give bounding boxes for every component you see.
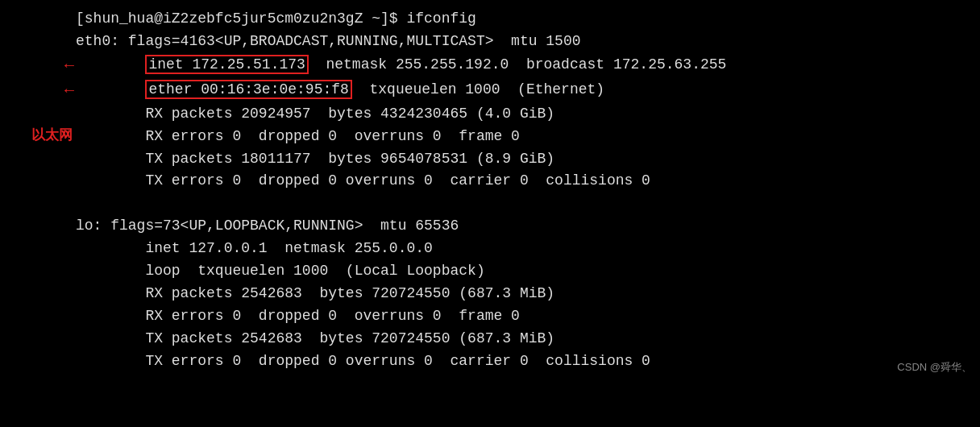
prompt-text: [shun_hua@iZ2zebfc5jur5cm0zu2n3gZ ~]$ if…	[76, 8, 476, 31]
lo-tx-packets-text: TX packets 2542683 bytes 720724550 (687.…	[76, 328, 554, 350]
rx-errors-text: RX errors 0 dropped 0 overruns 0 frame 0	[76, 126, 520, 148]
eth0-flags-text: eth0: flags=4163<UP,BROADCAST,RUNNING,MU…	[76, 31, 581, 53]
lo-inet-row: inet 127.0.0.1 netmask 255.0.0.0	[11, 238, 969, 260]
blank-line	[11, 193, 969, 215]
prompt-line: [shun_hua@iZ2zebfc5jur5cm0zu2n3gZ ~]$ if…	[11, 8, 969, 31]
tx-packets-row: TX packets 18011177 bytes 9654078531 (8.…	[11, 148, 969, 171]
lo-rx-packets-row: RX packets 2542683 bytes 720724550 (687.…	[11, 283, 969, 305]
rx-packets-text: RX packets 20924957 bytes 4324230465 (4.…	[76, 103, 554, 126]
inet-row: ← inet 172.25.51.173 netmask 255.255.192…	[11, 53, 969, 78]
rx-packets-row: RX packets 20924957 bytes 4324230465 (4.…	[11, 103, 969, 126]
arrow-ether: ←	[64, 78, 74, 103]
lo-flags-row: lo: flags=73<UP,LOOPBACK,RUNNING> mtu 65…	[11, 215, 969, 238]
lo-rx-errors-row: RX errors 0 dropped 0 overruns 0 frame 0	[11, 305, 969, 328]
lo-tx-packets-row: TX packets 2542683 bytes 720724550 (687.…	[11, 328, 969, 350]
lo-flags-text: lo: flags=73<UP,LOOPBACK,RUNNING> mtu 65…	[76, 215, 459, 238]
lo-tx-errors-row: TX errors 0 dropped 0 overruns 0 carrier…	[11, 350, 969, 373]
arrow-neiwang: ←	[64, 53, 74, 78]
eth0-flags-line: eth0: flags=4163<UP,BROADCAST,RUNNING,MU…	[11, 31, 969, 53]
csdn-watermark: CSDN @舜华、	[897, 359, 972, 375]
terminal: [shun_hua@iZ2zebfc5jur5cm0zu2n3gZ ~]$ if…	[0, 0, 980, 380]
ether-line-content: ether 00:16:3e:0e:95:f8 txqueuelen 1000 …	[76, 79, 604, 102]
lo-tx-errors-text: TX errors 0 dropped 0 overruns 0 carrier…	[76, 350, 650, 373]
ether-boxed: ether 00:16:3e:0e:95:f8	[145, 80, 351, 99]
lo-rx-packets-text: RX packets 2542683 bytes 720724550 (687.…	[76, 283, 554, 305]
rx-errors-row: 以太网 RX errors 0 dropped 0 overruns 0 fra…	[11, 126, 969, 148]
ether-row: ← ether 00:16:3e:0e:95:f8 txqueuelen 100…	[11, 78, 969, 103]
tx-errors-row: TX errors 0 dropped 0 overruns 0 carrier…	[11, 170, 969, 193]
tx-packets-text: TX packets 18011177 bytes 9654078531 (8.…	[76, 148, 554, 171]
lo-inet-text: inet 127.0.0.1 netmask 255.0.0.0	[76, 238, 433, 260]
lo-loop-text: loop txqueuelen 1000 (Local Loopback)	[76, 260, 485, 283]
lo-loop-row: loop txqueuelen 1000 (Local Loopback)	[11, 260, 969, 283]
tx-errors-text: TX errors 0 dropped 0 overruns 0 carrier…	[76, 170, 650, 193]
inet-line-content: inet 172.25.51.173 netmask 255.255.192.0…	[76, 54, 726, 77]
lo-rx-errors-text: RX errors 0 dropped 0 overruns 0 frame 0	[76, 305, 520, 328]
inet-boxed: inet 172.25.51.173	[145, 55, 308, 74]
label-yitaiwang: 以太网	[31, 126, 73, 147]
